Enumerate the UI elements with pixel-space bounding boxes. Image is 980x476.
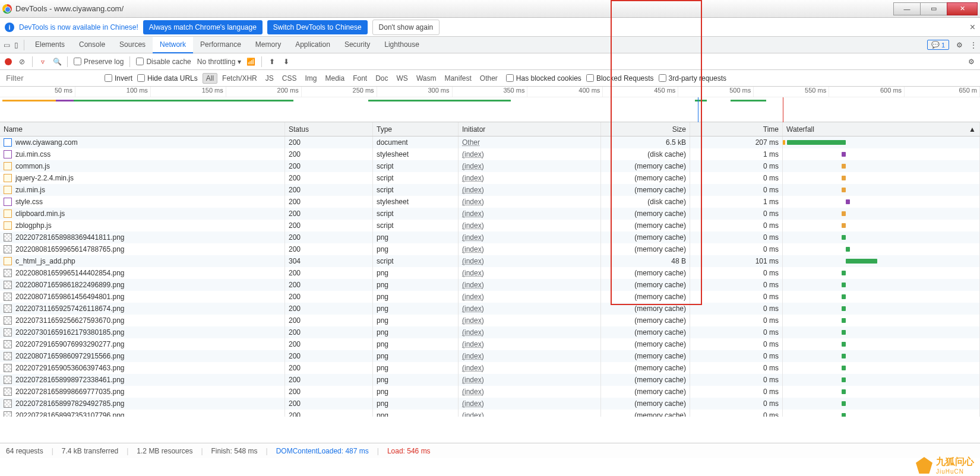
console-messages-badge[interactable]: 💬 1 xyxy=(927,40,949,50)
table-header[interactable]: Name Status Type Initiator Size Time Wat… xyxy=(0,122,980,137)
request-initiator[interactable]: (index) xyxy=(459,410,601,417)
tab-application[interactable]: Application xyxy=(288,37,337,53)
table-row[interactable]: zui.min.js200script(index)(memory cache)… xyxy=(0,184,980,196)
table-row[interactable]: common.js200script(index)(memory cache)0… xyxy=(0,160,980,172)
request-initiator[interactable]: (index) xyxy=(459,243,601,255)
table-row[interactable]: 20220728165899897233846​1.png200png(inde… xyxy=(0,374,980,386)
request-initiator[interactable]: (index) xyxy=(459,374,601,386)
tab-console[interactable]: Console xyxy=(72,37,112,53)
request-initiator[interactable]: (index) xyxy=(459,326,601,338)
filter-type-ws[interactable]: WS xyxy=(393,73,412,84)
disable-cache-checkbox[interactable]: Disable cache xyxy=(136,58,191,66)
request-initiator[interactable]: (index) xyxy=(459,196,601,208)
filter-type-css[interactable]: CSS xyxy=(279,73,301,84)
more-vert-icon[interactable]: ⋮ xyxy=(969,41,978,49)
request-initiator[interactable]: (index) xyxy=(459,386,601,398)
table-row[interactable]: 20220728165899866977703​5.png200png(inde… xyxy=(0,386,980,398)
table-row[interactable]: 20220807165986182249689​9.png200png(inde… xyxy=(0,279,980,291)
third-party-checkbox[interactable]: 3rd-party requests xyxy=(659,74,726,82)
col-waterfall[interactable]: Waterfall▲ xyxy=(783,122,980,136)
table-row[interactable]: 20220729165905360639746​3.png200png(inde… xyxy=(0,362,980,374)
request-initiator[interactable]: (index) xyxy=(459,398,601,410)
table-row[interactable]: 20220728165899782949278​5.png200png(inde… xyxy=(0,398,980,410)
request-initiator[interactable]: (index) xyxy=(459,303,601,315)
filter-type-doc[interactable]: Doc xyxy=(372,73,391,84)
tab-network[interactable]: Network xyxy=(153,37,193,53)
request-initiator[interactable]: (index) xyxy=(459,220,601,231)
table-row[interactable]: 20220728165898836944181​1.png200png(inde… xyxy=(0,231,980,243)
wifi-icon[interactable]: 📶 xyxy=(247,58,255,66)
table-row[interactable]: 20220730165916217938018​5.png200png(inde… xyxy=(0,326,980,338)
device-toggle-icon[interactable]: ▯ xyxy=(12,41,20,49)
blocked-requests-checkbox[interactable]: Blocked Requests xyxy=(586,74,654,82)
hide-data-urls-checkbox[interactable]: Hide data URLs xyxy=(137,74,198,82)
filter-type-all[interactable]: All xyxy=(203,73,217,84)
table-row[interactable]: 20220729165907699329027​7.png200png(inde… xyxy=(0,338,980,350)
request-initiator[interactable]: (index) xyxy=(459,279,601,291)
request-initiator[interactable]: (index) xyxy=(459,172,601,184)
tab-lighthouse[interactable]: Lighthouse xyxy=(377,37,426,53)
tab-sources[interactable]: Sources xyxy=(112,37,153,53)
table-row[interactable]: 20220731165925662759367​0.png200png(inde… xyxy=(0,315,980,326)
request-initiator[interactable]: (index) xyxy=(459,208,601,220)
table-row[interactable]: 20220808165996561478876​5.png200png(inde… xyxy=(0,243,980,255)
dont-show-again-button[interactable]: Don't show again xyxy=(372,20,440,35)
request-initiator[interactable]: (index) xyxy=(459,160,601,172)
filter-funnel-icon[interactable]: ▿ xyxy=(39,58,47,66)
throttling-select[interactable]: No throttling ▾ xyxy=(197,58,241,66)
col-size[interactable]: Size xyxy=(601,122,690,136)
window-maximize-button[interactable]: ▭ xyxy=(920,2,947,15)
table-row[interactable]: www.ciyawang.com200documentOther6.5 kB20… xyxy=(0,137,980,148)
table-row[interactable]: style.css200stylesheet(index)(disk cache… xyxy=(0,196,980,208)
col-type[interactable]: Type xyxy=(373,122,459,136)
window-close-button[interactable]: ✕ xyxy=(947,2,978,15)
tab-memory[interactable]: Memory xyxy=(248,37,288,53)
request-initiator[interactable]: (index) xyxy=(459,231,601,243)
network-settings-gear-icon[interactable]: ⚙ xyxy=(967,58,975,66)
settings-gear-icon[interactable]: ⚙ xyxy=(955,41,963,49)
col-status[interactable]: Status xyxy=(285,122,373,136)
request-initiator[interactable]: (index) xyxy=(459,338,601,350)
always-match-language-button[interactable]: Always match Chrome's language xyxy=(143,20,263,34)
filter-input[interactable] xyxy=(5,71,100,85)
tab-performance[interactable]: Performance xyxy=(193,37,248,53)
window-minimize-button[interactable]: — xyxy=(893,2,921,15)
invert-checkbox[interactable]: Invert xyxy=(105,74,132,82)
filter-type-manifest[interactable]: Manifest xyxy=(441,73,475,84)
table-row[interactable]: zui.min.css200stylesheet(index)(disk cac… xyxy=(0,148,980,160)
request-initiator[interactable]: (index) xyxy=(459,291,601,303)
record-button[interactable] xyxy=(5,58,12,65)
request-initiator[interactable]: (index) xyxy=(459,315,601,326)
filter-type-js[interactable]: JS xyxy=(262,73,277,84)
request-initiator[interactable]: Other xyxy=(459,137,601,148)
request-initiator[interactable]: (index) xyxy=(459,255,601,267)
has-blocked-cookies-checkbox[interactable]: Has blocked cookies xyxy=(506,74,581,82)
request-initiator[interactable]: (index) xyxy=(459,362,601,374)
filter-type-media[interactable]: Media xyxy=(321,73,348,84)
table-row[interactable]: 20220807165986097291556​6.png200png(inde… xyxy=(0,350,980,362)
col-initiator[interactable]: Initiator xyxy=(459,122,601,136)
col-name[interactable]: Name xyxy=(0,122,285,136)
filter-type-img[interactable]: Img xyxy=(301,73,320,84)
request-initiator[interactable]: (index) xyxy=(459,350,601,362)
inspect-icon[interactable]: ▭ xyxy=(2,41,11,49)
table-row[interactable]: zblogphp.js200script(index)(memory cache… xyxy=(0,220,980,231)
table-row[interactable]: 20220731165925742611867​4.png200png(inde… xyxy=(0,303,980,315)
table-row[interactable]: jquery-2.2.4.min.js200script(index)(memo… xyxy=(0,172,980,184)
timeline-overview[interactable]: 50 ms100 ms150 ms200 ms250 ms300 ms350 m… xyxy=(0,87,980,122)
col-time[interactable]: Time xyxy=(690,122,783,136)
filter-type-wasm[interactable]: Wasm xyxy=(413,73,440,84)
filter-type-fetchxhr[interactable]: Fetch/XHR xyxy=(219,73,261,84)
table-row[interactable]: 20220808165996514440285​4.png200png(inde… xyxy=(0,267,980,279)
tab-elements[interactable]: Elements xyxy=(28,37,72,53)
search-icon[interactable]: 🔍 xyxy=(53,58,61,66)
preserve-log-checkbox[interactable]: Preserve log xyxy=(74,58,124,66)
request-initiator[interactable]: (index) xyxy=(459,267,601,279)
table-row[interactable]: c_html_js_add.php304script(index)48 B101… xyxy=(0,255,980,267)
table-row[interactable]: 20220728165899735310779​6.png200png(inde… xyxy=(0,410,980,417)
import-har-icon[interactable]: ⬆ xyxy=(268,58,276,66)
export-har-icon[interactable]: ⬇ xyxy=(282,58,290,66)
table-row[interactable]: 20220807165986145649480​1.png200png(inde… xyxy=(0,291,980,303)
request-initiator[interactable]: (index) xyxy=(459,184,601,196)
filter-type-font[interactable]: Font xyxy=(349,73,371,84)
